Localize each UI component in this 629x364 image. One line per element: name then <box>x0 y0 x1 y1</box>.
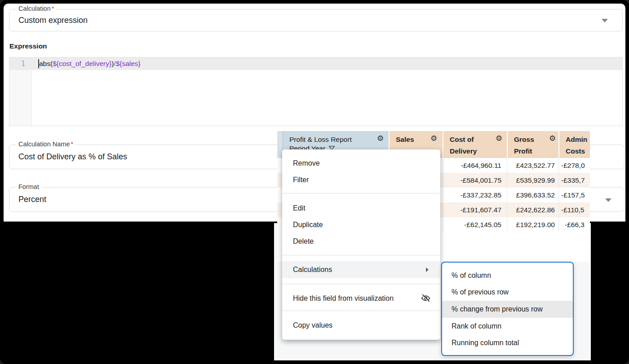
cell-cost-of-delivery: -£464,960.11 <box>443 158 507 173</box>
menu-item-duplicate[interactable]: Duplicate <box>282 216 440 233</box>
cell-gross-profit: £423,522.77 <box>507 158 558 173</box>
cell-admin-costs: -£278,0 <box>558 158 590 173</box>
cell-admin-costs: -£66,3 <box>558 217 590 232</box>
expression-code[interactable]: abs(${cost_of_delivery})/${sales} <box>39 57 141 70</box>
context-menu: Remove Filter Edit Duplicate Delete Calc… <box>282 149 440 340</box>
submenu-arrow-icon <box>426 268 429 272</box>
menu-item-edit[interactable]: Edit <box>282 200 440 216</box>
cell-admin-costs: -£110,5 <box>558 202 590 217</box>
cell-gross-profit: £396,633.52 <box>507 188 558 202</box>
expression-code-editor[interactable]: 1 abs(${cost_of_delivery})/${sales} <box>9 57 623 126</box>
menu-item-copy-values[interactable]: Copy values <box>282 317 440 333</box>
menu-divider <box>282 255 440 255</box>
cell-gross-profit: £192,219.00 <box>507 217 558 232</box>
menu-item-calculations[interactable]: Calculations <box>282 261 440 278</box>
cell-cost-of-delivery: -£337,232.85 <box>443 188 507 202</box>
menu-divider <box>282 193 440 193</box>
cell-cost-of-delivery: -£584,001.75 <box>443 173 507 188</box>
menu-item-filter[interactable]: Filter <box>282 171 440 188</box>
menu-divider <box>282 284 440 284</box>
column-settings-gear-icon[interactable]: ⚙ <box>496 134 502 143</box>
submenu-item-percent-change-from-previous-row[interactable]: % change from previous row <box>442 301 573 318</box>
chevron-down-icon[interactable] <box>602 19 608 22</box>
calculation-type-select[interactable]: Calculation* Custom expression <box>9 9 623 31</box>
submenu-item-percent-of-column[interactable]: % of column <box>442 267 573 284</box>
menu-item-delete[interactable]: Delete <box>282 233 440 250</box>
screenshot-frame: Calculation* Custom expression Expressio… <box>0 0 629 364</box>
column-settings-gear-icon[interactable]: ⚙ <box>430 134 437 143</box>
cell-admin-costs: -£335,7 <box>558 173 590 188</box>
cell-admin-costs: -£157,5 <box>558 188 590 202</box>
cell-gross-profit: £535,929.99 <box>507 173 558 188</box>
column-settings-gear-icon[interactable]: ⚙ <box>377 134 384 143</box>
code-token-variable: ${sales} <box>116 60 141 67</box>
submenu-item-percent-of-previous-row[interactable]: % of previous row <box>442 284 573 300</box>
code-token-variable: ${cost_of_delivery} <box>53 60 111 67</box>
calculation-name-value: Cost of Delivery as % of Sales <box>18 145 127 169</box>
column-settings-gear-icon[interactable]: ⚙ <box>549 134 556 143</box>
code-token: abs( <box>39 60 53 67</box>
cell-gross-profit: £242,622.86 <box>507 202 558 217</box>
format-value: Percent <box>18 188 46 211</box>
menu-item-hide-field[interactable]: Hide this field from visualization <box>282 290 440 307</box>
cell-cost-of-delivery: -£191,607.47 <box>443 202 507 217</box>
chevron-down-icon[interactable] <box>605 198 611 202</box>
submenu-item-rank-of-column[interactable]: Rank of column <box>442 318 573 334</box>
menu-divider <box>282 311 440 311</box>
expression-label: Expression <box>9 42 47 50</box>
menu-item-remove[interactable]: Remove <box>282 155 440 171</box>
calculation-field-value: Custom expression <box>18 9 88 31</box>
submenu-item-running-column-total[interactable]: Running column total <box>442 334 573 351</box>
line-number: 1 <box>9 57 32 70</box>
visibility-off-icon <box>421 294 430 303</box>
column-header-admin-costs[interactable]: AdminCosts <box>558 131 590 158</box>
cell-cost-of-delivery: -£62,145.05 <box>443 217 507 232</box>
calculations-submenu: % of column % of previous row % change f… <box>441 262 574 356</box>
